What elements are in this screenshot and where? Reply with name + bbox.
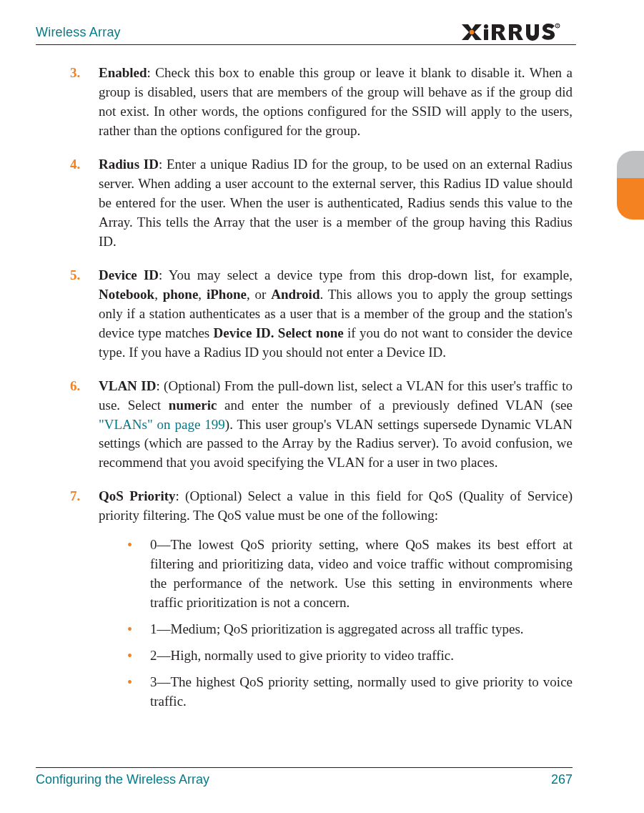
footer-page-number: 267 [551, 772, 573, 787]
step-number: 6. [70, 377, 80, 396]
bold-text: iPhone [207, 287, 247, 302]
step-label: QoS Priority [99, 488, 176, 503]
side-tab-orange [617, 178, 644, 220]
content-area: Wireless Array R [0, 0, 644, 711]
step-label: Radius ID [99, 157, 159, 172]
step-body: Radius ID: Enter a unique Radius ID for … [99, 157, 573, 249]
brand-logo: R [462, 21, 576, 43]
cross-reference-link[interactable]: "VLANs" on page 199 [99, 417, 225, 432]
svg-rect-2 [484, 29, 488, 40]
bold-text: Android [271, 287, 319, 302]
footer-section-title: Configuring the Wireless Array [36, 772, 209, 787]
side-tab [617, 151, 644, 220]
step-text: , [154, 287, 163, 302]
svg-point-1 [484, 24, 488, 29]
page-footer: Configuring the Wireless Array 267 [36, 767, 573, 787]
step-body: VLAN ID: (Optional) From the pull-down l… [99, 378, 573, 470]
step-body: Enabled: Check this box to enable this g… [99, 65, 573, 138]
bullet-item: 3—The highest QoS priority setting, norm… [127, 673, 573, 711]
svg-point-5 [470, 30, 474, 34]
step-text: : Check this box to enable this group or… [99, 65, 573, 138]
step-label: VLAN ID [99, 378, 156, 393]
step-text: and enter the number of a previously def… [217, 398, 573, 413]
step-item-6: 6. VLAN ID: (Optional) From the pull-dow… [70, 377, 573, 473]
step-number: 5. [70, 266, 80, 285]
bullet-item: 0—The lowest QoS priority setting, where… [127, 536, 573, 613]
step-text: : Enter a unique Radius ID for the group… [99, 157, 573, 249]
step-item-3: 3. Enabled: Check this box to enable thi… [70, 64, 573, 141]
step-item-4: 4. Radius ID: Enter a unique Radius ID f… [70, 155, 573, 252]
page: Wireless Array R [0, 0, 644, 813]
step-text: : You may select a device type from this… [159, 267, 573, 282]
page-header: Wireless Array R [36, 21, 576, 45]
bold-text: numeric [169, 398, 217, 413]
step-number: 7. [70, 487, 80, 506]
bold-text: Device ID. Select none [214, 325, 344, 340]
step-number: 3. [70, 64, 80, 83]
step-label: Enabled [99, 65, 147, 80]
bold-text: Notebook [99, 287, 154, 302]
step-text: , [198, 287, 207, 302]
step-item-5: 5. Device ID: You may select a device ty… [70, 266, 573, 363]
bullet-list: 0—The lowest QoS priority setting, where… [99, 536, 573, 711]
bold-text: phone [163, 287, 199, 302]
step-label: Device ID [99, 267, 159, 282]
bullet-item: 2—High, normally used to give priority t… [127, 646, 573, 666]
header-title: Wireless Array [36, 25, 121, 40]
step-item-7: 7. QoS Priority: (Optional) Select a val… [70, 487, 573, 711]
xirrus-logo-icon: R [462, 21, 576, 43]
step-body: QoS Priority: (Optional) Select a value … [99, 488, 573, 523]
step-number: 4. [70, 155, 80, 174]
bullet-item: 1—Medium; QoS prioritization is aggregat… [127, 620, 573, 639]
step-body: Device ID: You may select a device type … [99, 267, 573, 360]
step-list: 3. Enabled: Check this box to enable thi… [36, 64, 573, 711]
step-text: , or [247, 287, 271, 302]
